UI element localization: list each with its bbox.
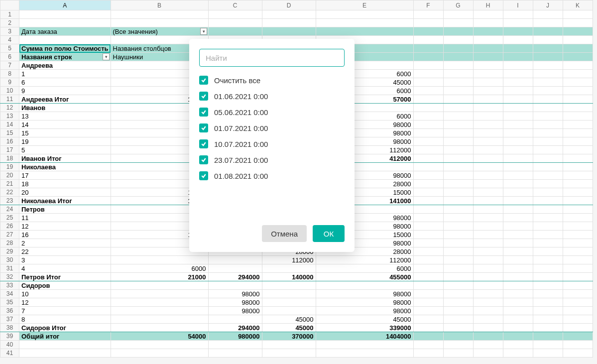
filter-value-checkbox[interactable] <box>199 123 208 132</box>
cell[interactable] <box>443 53 473 61</box>
row-header[interactable]: 22 <box>0 188 19 197</box>
cell[interactable] <box>413 104 443 112</box>
cell[interactable] <box>503 247 533 256</box>
cell[interactable] <box>413 188 443 197</box>
cell[interactable] <box>533 27 563 36</box>
cell[interactable] <box>443 324 473 332</box>
cell[interactable]: 455000 <box>316 273 413 281</box>
cell[interactable] <box>443 70 473 78</box>
cell[interactable] <box>503 61 533 70</box>
column-header-G[interactable]: G <box>443 0 473 10</box>
cell[interactable] <box>473 281 503 290</box>
cell[interactable] <box>533 231 563 239</box>
cell[interactable] <box>503 171 533 180</box>
row-header[interactable]: 6 <box>0 53 19 61</box>
cell[interactable] <box>473 307 503 315</box>
cell[interactable] <box>443 121 473 129</box>
cell[interactable] <box>443 78 473 87</box>
cell[interactable] <box>316 19 413 27</box>
row-header[interactable]: 24 <box>0 205 19 214</box>
row-header[interactable]: 15 <box>0 129 19 137</box>
cell[interactable] <box>563 256 593 264</box>
cell[interactable] <box>533 180 563 188</box>
cell[interactable] <box>413 129 443 137</box>
cell[interactable] <box>443 95 473 104</box>
cell[interactable] <box>533 315 563 324</box>
cell[interactable] <box>503 36 533 44</box>
cell[interactable] <box>503 104 533 112</box>
cancel-button[interactable]: Отмена <box>262 225 307 242</box>
cell[interactable] <box>413 256 443 264</box>
cell[interactable] <box>563 137 593 146</box>
cell[interactable] <box>533 222 563 231</box>
cell[interactable] <box>413 53 443 61</box>
cell[interactable] <box>443 129 473 137</box>
cell[interactable] <box>533 78 563 87</box>
row-header[interactable]: 10 <box>0 87 19 95</box>
cell[interactable]: 98000 <box>316 307 413 315</box>
cell[interactable]: 98000 <box>208 307 262 315</box>
cell[interactable] <box>563 146 593 154</box>
cell[interactable] <box>443 36 473 44</box>
cell[interactable]: Иванов Итог <box>19 154 111 163</box>
row-header[interactable]: 21 <box>0 180 19 188</box>
cell[interactable] <box>533 53 563 61</box>
row-header[interactable]: 20 <box>0 171 19 180</box>
cell[interactable] <box>443 214 473 222</box>
cell[interactable] <box>563 78 593 87</box>
cell[interactable] <box>111 290 208 298</box>
cell[interactable]: 98000 <box>208 298 262 307</box>
cell[interactable] <box>563 163 593 171</box>
cell[interactable]: Николаева <box>19 163 111 171</box>
cell[interactable]: 9 <box>19 87 111 95</box>
cell[interactable] <box>563 197 593 205</box>
cell[interactable]: 98000 <box>208 290 262 298</box>
cell[interactable] <box>473 146 503 154</box>
cell[interactable]: 1 <box>19 70 111 78</box>
cell[interactable]: Андреева <box>19 61 111 70</box>
cell[interactable]: 13 <box>19 112 111 121</box>
row-header[interactable]: 39 <box>0 332 19 341</box>
cell[interactable] <box>473 222 503 231</box>
cell[interactable] <box>563 349 593 358</box>
cell[interactable] <box>413 205 443 214</box>
cell[interactable]: Общий итог <box>19 332 111 341</box>
cell[interactable] <box>473 205 503 214</box>
cell[interactable] <box>533 70 563 78</box>
cell[interactable] <box>473 121 503 129</box>
cell[interactable] <box>413 19 443 27</box>
cell[interactable] <box>443 197 473 205</box>
cell[interactable]: Петров <box>19 205 111 214</box>
cell[interactable] <box>443 87 473 95</box>
cell[interactable] <box>563 27 593 36</box>
row-header[interactable]: 9 <box>0 78 19 87</box>
cell[interactable] <box>413 27 443 36</box>
cell[interactable] <box>473 36 503 44</box>
cell[interactable] <box>413 95 443 104</box>
cell[interactable] <box>473 349 503 358</box>
cell[interactable] <box>503 332 533 341</box>
cell[interactable] <box>503 19 533 27</box>
cell[interactable] <box>111 298 208 307</box>
cell[interactable] <box>473 231 503 239</box>
cell[interactable] <box>413 315 443 324</box>
row-header[interactable]: 7 <box>0 61 19 70</box>
row-header[interactable]: 30 <box>0 256 19 264</box>
cell[interactable] <box>503 256 533 264</box>
row-header[interactable]: 4 <box>0 36 19 44</box>
cell[interactable] <box>473 53 503 61</box>
cell[interactable] <box>503 290 533 298</box>
cell[interactable]: 10 <box>19 290 111 298</box>
cell[interactable] <box>413 247 443 256</box>
cell[interactable] <box>413 70 443 78</box>
cell[interactable] <box>473 290 503 298</box>
cell[interactable] <box>443 247 473 256</box>
cell[interactable] <box>473 154 503 163</box>
cell[interactable] <box>503 264 533 273</box>
row-header[interactable]: 8 <box>0 70 19 78</box>
cell[interactable] <box>563 307 593 315</box>
cell[interactable]: Дата заказа <box>19 27 111 36</box>
cell[interactable] <box>563 61 593 70</box>
cell[interactable]: Сумма по полю Стоимость <box>19 44 111 53</box>
cell[interactable]: 98000 <box>316 290 413 298</box>
